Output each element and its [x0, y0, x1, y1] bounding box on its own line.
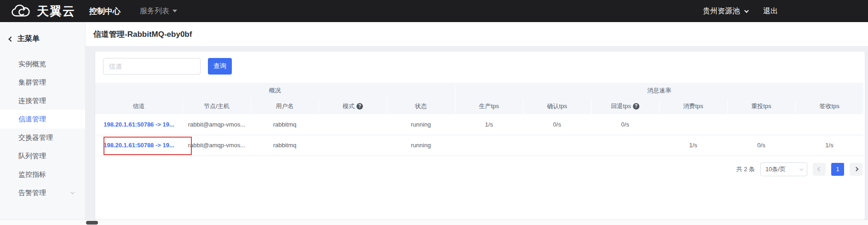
- content-area: 查询 概况 消息速率: [86, 46, 868, 225]
- col-header-ack-tps: 签收tps: [795, 98, 863, 114]
- topbar: 天翼云 控制中心 服务列表 贵州资源池 退出: [0, 0, 868, 22]
- scrollbar-thumb[interactable]: [86, 221, 98, 225]
- main-area: 信道管理-RabbitMQ-eby0bf 查询: [86, 22, 868, 225]
- col-header-state: 状态: [387, 98, 455, 114]
- channel-search-input[interactable]: [103, 58, 201, 75]
- sidebar-item-exchange-management[interactable]: 交换器管理: [0, 128, 85, 147]
- return-tps-cell: 0/s: [591, 114, 659, 135]
- mode-cell: [319, 135, 387, 156]
- deliver-tps-cell: [659, 114, 727, 135]
- next-page-button[interactable]: [850, 163, 862, 176]
- col-header-return-tps-label: 回退tps: [611, 102, 631, 110]
- group-header-message-rate: 消息速率: [455, 83, 863, 98]
- confirm-tps-cell: [523, 135, 591, 156]
- page-size-value: 10条/页: [765, 165, 786, 173]
- logout-button[interactable]: 退出: [763, 6, 778, 16]
- state-cell: running: [387, 135, 455, 156]
- sidebar-item-label: 监控指标: [18, 170, 46, 179]
- sidebar-item-monitor-metrics[interactable]: 监控指标: [0, 165, 85, 184]
- ack-tps-cell: [795, 114, 863, 135]
- query-button[interactable]: 查询: [208, 58, 232, 75]
- col-header-deliver-tps: 消费tps: [659, 98, 727, 114]
- sidebar-item-connection-management[interactable]: 连接管理: [0, 92, 85, 110]
- horizontal-scrollbar: [0, 219, 868, 225]
- sidebar: 主菜单 实例概览 集群管理 连接管理 信道管理 交换器管理 队列管理 监控指标: [0, 22, 86, 225]
- sidebar-item-cluster-management[interactable]: 集群管理: [0, 73, 85, 92]
- redeliver-tps-cell: 0/s: [727, 135, 795, 156]
- back-to-main-menu[interactable]: 主菜单: [0, 22, 85, 48]
- sidebar-item-label: 连接管理: [18, 97, 46, 105]
- publish-tps-cell: 1/s: [455, 114, 523, 135]
- node-cell: rabbit@amqp-vmos...: [183, 135, 251, 156]
- group-header-overview: 概况: [95, 83, 455, 98]
- cloud-logo-icon: [11, 4, 32, 18]
- col-header-redeliver-tps: 重投tps: [727, 98, 795, 114]
- page-header: 信道管理-RabbitMQ-eby0bf: [86, 22, 868, 46]
- back-label: 主菜单: [17, 34, 40, 44]
- help-icon[interactable]: ?: [633, 103, 639, 110]
- sidebar-item-label: 集群管理: [18, 78, 46, 87]
- mode-cell: [319, 114, 387, 135]
- region-label: 贵州资源池: [703, 6, 740, 16]
- sidebar-item-label: 告警管理: [18, 189, 46, 197]
- channel-link[interactable]: 198.20.1.61:50788 -> 19...: [103, 142, 174, 149]
- sidebar-item-label: 队列管理: [18, 152, 46, 161]
- publish-tps-cell: [455, 135, 523, 156]
- brand-logo[interactable]: 天翼云: [11, 3, 75, 19]
- sidebar-item-instance-overview[interactable]: 实例概览: [0, 55, 85, 73]
- col-header-mode: 模式 ?: [319, 98, 387, 114]
- chevron-down-icon: [744, 8, 749, 13]
- node-cell: rabbit@amqp-vmos...: [183, 114, 251, 135]
- chevron-right-icon: [854, 167, 858, 172]
- sidebar-item-label: 交换器管理: [18, 133, 53, 142]
- col-header-mode-label: 模式: [343, 102, 355, 110]
- ack-tps-cell: 1/s: [795, 135, 863, 156]
- return-tps-cell: [591, 135, 659, 156]
- search-row: 查询: [95, 52, 865, 75]
- sidebar-nav: 实例概览 集群管理 连接管理 信道管理 交换器管理 队列管理 监控指标 告警管理: [0, 55, 85, 202]
- sidebar-item-queue-management[interactable]: 队列管理: [0, 147, 85, 165]
- page-number-1[interactable]: 1: [831, 163, 844, 176]
- col-header-return-tps: 回退tps ?: [591, 98, 659, 114]
- page-title: 信道管理-RabbitMQ-eby0bf: [93, 29, 192, 40]
- service-list-menu[interactable]: 服务列表: [140, 6, 177, 16]
- chevron-down-icon: [70, 190, 74, 194]
- table-row: 198.20.1.61:50786 -> 19... rabbit@amqp-v…: [95, 114, 863, 135]
- sidebar-item-channel-management[interactable]: 信道管理: [0, 110, 85, 128]
- table-row: 198.20.1.61:50788 -> 19... rabbit@amqp-v…: [95, 135, 863, 156]
- col-header-confirm-tps: 确认tps: [523, 98, 591, 114]
- table-group-header-row: 概况 消息速率: [95, 83, 863, 98]
- col-header-node-host: 节点/主机: [183, 98, 251, 114]
- username-cell: rabbitmq: [251, 135, 319, 156]
- caret-down-icon: [172, 10, 177, 12]
- col-header-publish-tps: 生产tps: [455, 98, 523, 114]
- pagination: 共 2 条 10条/页 1: [95, 162, 863, 176]
- username-cell: rabbitmq: [251, 114, 319, 135]
- sidebar-item-alarm-management[interactable]: 告警管理: [0, 184, 85, 202]
- redeliver-tps-cell: [727, 114, 795, 135]
- col-header-channel: 信道: [95, 98, 183, 114]
- state-cell: running: [387, 114, 455, 135]
- channel-card: 查询 概况 消息速率: [95, 52, 865, 219]
- table-column-header-row: 信道 节点/主机 用户名 模式 ? 状态 生产tps 确认t: [95, 98, 863, 114]
- region-selector[interactable]: 贵州资源池: [703, 6, 747, 16]
- deliver-tps-cell: 1/s: [659, 135, 727, 156]
- chevron-left-icon: [8, 36, 13, 41]
- channel-link[interactable]: 198.20.1.61:50786 -> 19...: [103, 121, 174, 128]
- service-list-label: 服务列表: [140, 6, 169, 16]
- prev-page-button[interactable]: [813, 163, 826, 176]
- channel-table: 概况 消息速率 信道 节点/主机 用户名 模式 ?: [95, 83, 863, 156]
- sidebar-item-label: 信道管理: [18, 115, 46, 124]
- help-icon[interactable]: ?: [356, 103, 363, 110]
- page-size-select[interactable]: 10条/页: [760, 162, 807, 176]
- total-count-label: 共 2 条: [736, 165, 755, 173]
- chevron-left-icon: [817, 167, 822, 172]
- brand-name: 天翼云: [37, 3, 75, 19]
- console-center-link[interactable]: 控制中心: [89, 6, 121, 17]
- sidebar-item-label: 实例概览: [18, 60, 46, 69]
- confirm-tps-cell: 0/s: [523, 114, 591, 135]
- col-header-username: 用户名: [251, 98, 319, 114]
- channel-cell: 198.20.1.61:50788 -> 19...: [95, 135, 183, 156]
- channel-cell: 198.20.1.61:50786 -> 19...: [95, 114, 183, 135]
- chevron-down-icon: [799, 167, 803, 170]
